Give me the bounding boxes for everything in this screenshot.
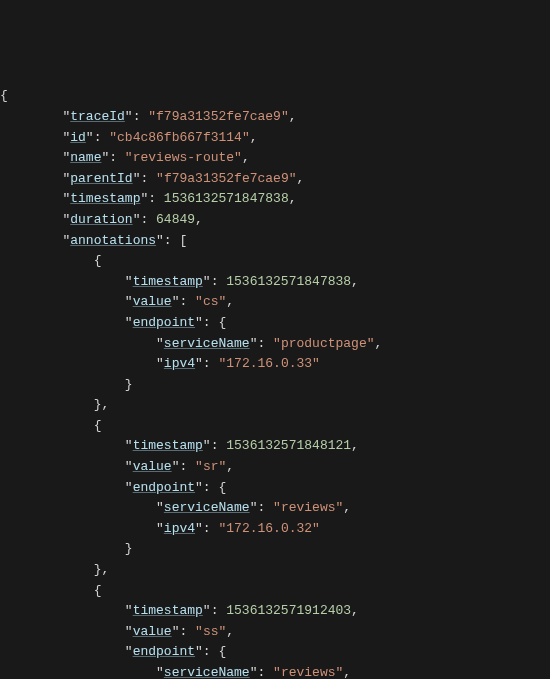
- val-name: "reviews-route": [125, 150, 242, 165]
- key-ann2-endpoint: endpoint: [133, 644, 195, 659]
- val-ann1-value: "sr": [195, 459, 226, 474]
- val-timestamp: 1536132571847838: [164, 191, 289, 206]
- annotation-open: {: [94, 583, 102, 598]
- annotation-open: {: [94, 418, 102, 433]
- key-ann0-endpoint: endpoint: [133, 315, 195, 330]
- key-ann1-ipv4: ipv4: [164, 521, 195, 536]
- key-ann0-ipv4: ipv4: [164, 356, 195, 371]
- key-ann1-endpoint: endpoint: [133, 480, 195, 495]
- key-name: name: [70, 150, 101, 165]
- val-id: "cb4c86fb667f3114": [109, 130, 249, 145]
- key-timestamp: timestamp: [70, 191, 140, 206]
- val-ann0-value: "cs": [195, 294, 226, 309]
- key-traceId: traceId: [70, 109, 125, 124]
- val-ann2-value: "ss": [195, 624, 226, 639]
- val-ann1-serviceName: "reviews": [273, 500, 343, 515]
- val-ann0-serviceName: "productpage": [273, 336, 374, 351]
- val-ann1-ipv4: "172.16.0.32": [218, 521, 319, 536]
- key-ann0-serviceName: serviceName: [164, 336, 250, 351]
- val-ann2-serviceName: "reviews": [273, 665, 343, 679]
- key-parentId: parentId: [70, 171, 132, 186]
- key-ann0-timestamp: timestamp: [133, 274, 203, 289]
- val-duration: 64849: [156, 212, 195, 227]
- val-traceId: "f79a31352fe7cae9": [148, 109, 288, 124]
- key-duration: duration: [70, 212, 132, 227]
- key-ann0-value: value: [133, 294, 172, 309]
- val-parentId: "f79a31352fe7cae9": [156, 171, 296, 186]
- val-ann1-timestamp: 1536132571848121: [226, 438, 351, 453]
- brace-open: {: [0, 88, 8, 103]
- val-ann2-timestamp: 1536132571912403: [226, 603, 351, 618]
- val-ann0-timestamp: 1536132571847838: [226, 274, 351, 289]
- key-ann1-serviceName: serviceName: [164, 500, 250, 515]
- key-annotations: annotations: [70, 233, 156, 248]
- key-ann1-value: value: [133, 459, 172, 474]
- key-ann1-timestamp: timestamp: [133, 438, 203, 453]
- key-id: id: [70, 130, 86, 145]
- key-ann2-timestamp: timestamp: [133, 603, 203, 618]
- val-ann0-ipv4: "172.16.0.33": [218, 356, 319, 371]
- key-ann2-serviceName: serviceName: [164, 665, 250, 679]
- key-ann2-value: value: [133, 624, 172, 639]
- annotation-open: {: [94, 253, 102, 268]
- indent: [0, 107, 62, 128]
- code-block: { "traceId": "f79a31352fe7cae9", "id": "…: [0, 82, 550, 679]
